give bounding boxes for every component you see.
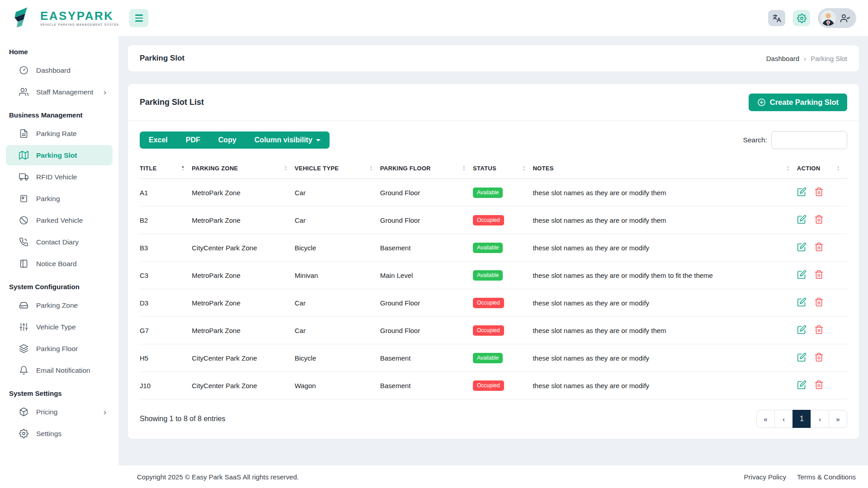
delete-button[interactable] (814, 187, 824, 198)
column-header-action[interactable]: ACTION▲▼ (797, 158, 847, 179)
sidebar-item-parking-rate[interactable]: Parking Rate (6, 123, 113, 144)
plus-circle-icon (757, 98, 766, 107)
cell-vehicle-type: Car (295, 317, 380, 344)
excel-button[interactable]: Excel (140, 131, 177, 149)
table-row-b2: B2MetroPark ZoneCarGround FloorOccupiedt… (140, 206, 847, 234)
pagination-first[interactable]: « (756, 410, 775, 428)
search-label: Search: (743, 136, 767, 144)
avatar (821, 10, 836, 26)
table-row-h5: H5CityCenter Park ZoneBicycleBasementAva… (140, 344, 847, 372)
delete-button[interactable] (814, 270, 824, 281)
cell-parking-zone: MetroPark Zone (192, 179, 294, 206)
table-body: A1MetroPark ZoneCarGround FloorAvailable… (140, 179, 847, 399)
trash-icon (814, 274, 824, 281)
user-menu[interactable] (818, 8, 856, 28)
search-input[interactable] (771, 131, 847, 149)
ban-icon (19, 216, 28, 225)
cell-title: J10 (140, 372, 192, 399)
terms-and-conditions-link[interactable]: Terms & Conditions (797, 473, 856, 481)
column-header-parking-zone[interactable]: PARKING ZONE▲▼ (192, 158, 294, 179)
sidebar-item-settings[interactable]: Settings (6, 423, 113, 444)
cell-vehicle-type: Minivan (295, 262, 380, 289)
sidebar-item-parked-vehicle[interactable]: Parked Vehicle (6, 210, 113, 230)
settings-button[interactable] (793, 10, 810, 26)
language-button[interactable] (768, 10, 785, 26)
table-row-j10: J10CityCenter Park ZoneWagonBasementOccu… (140, 372, 847, 399)
sidebar-item-staff-management[interactable]: Staff Management› (6, 82, 113, 102)
cell-vehicle-type: Wagon (295, 372, 380, 399)
sidebar-item-parking-slot[interactable]: Parking Slot (6, 145, 113, 165)
sidebar-toggle-button[interactable] (129, 9, 148, 27)
pagination-prev[interactable]: ‹ (774, 410, 793, 428)
edit-button[interactable] (797, 380, 807, 391)
cell-title: C3 (140, 262, 192, 289)
brand-tagline: VEHICLE PARKING MANAGEMENT SYSTEM (40, 23, 118, 26)
delete-button[interactable] (814, 325, 824, 336)
column-header-title[interactable]: TITLE▲▼ (140, 158, 192, 179)
delete-button[interactable] (814, 242, 824, 253)
column-header-status[interactable]: STATUS▲▼ (473, 158, 533, 179)
sidebar-item-pricing[interactable]: Pricing› (6, 402, 113, 422)
sidebar-item-notice-board[interactable]: Notice Board (6, 253, 113, 274)
edit-button[interactable] (797, 215, 807, 225)
sidebar-item-dashboard[interactable]: Dashboard (6, 60, 113, 80)
pdf-button[interactable]: PDF (177, 131, 209, 149)
parking-meter-icon (19, 194, 28, 203)
topbar (118, 0, 868, 36)
edit-icon (797, 246, 807, 253)
edit-icon (797, 274, 807, 281)
edit-button[interactable] (797, 270, 807, 281)
delete-button[interactable] (814, 215, 824, 225)
delete-button[interactable] (814, 380, 824, 391)
column-header-notes[interactable]: NOTES▲▼ (533, 158, 797, 179)
status-badge: Occupied (473, 298, 504, 308)
hard-drive-icon (19, 300, 28, 310)
cell-parking-zone: MetroPark Zone (192, 206, 294, 234)
cell-notes: these slot names as they are or modify t… (533, 206, 797, 234)
delete-button[interactable] (814, 297, 824, 308)
sidebar-section-home: Home (9, 48, 109, 56)
sidebar-item-parking[interactable]: Parking (6, 188, 113, 209)
layers-icon (19, 344, 28, 353)
column-header-vehicle-type[interactable]: VEHICLE TYPE▲▼ (295, 158, 380, 179)
create-parking-slot-button[interactable]: Create Parking Slot (749, 94, 847, 111)
delete-button[interactable] (814, 352, 824, 363)
edit-button[interactable] (797, 242, 807, 253)
cell-parking-floor: Basement (380, 344, 473, 372)
edit-button[interactable] (797, 325, 807, 336)
sidebar-item-rfid-vehicle[interactable]: RFID Vehicle (6, 167, 113, 187)
cell-parking-zone: MetroPark Zone (192, 289, 294, 317)
sort-icon: ▲▼ (284, 165, 287, 171)
sidebar-item-parking-floor[interactable]: Parking Floor (6, 338, 113, 359)
table-row-a1: A1MetroPark ZoneCarGround FloorAvailable… (140, 179, 847, 206)
status-badge: Available (473, 188, 503, 198)
sidebar-item-email-notification[interactable]: Email Notification (6, 360, 113, 380)
trash-icon (814, 301, 824, 308)
sort-icon: ▲▼ (522, 165, 525, 171)
gear-icon (797, 14, 807, 23)
column-header-parking-floor[interactable]: PARKING FLOOR▲▼ (380, 158, 473, 179)
status-badge: Available (473, 270, 503, 281)
chevron-right-icon: › (104, 89, 106, 95)
column-visibility-button[interactable]: Column visibility (245, 131, 330, 149)
pagination-page-1[interactable]: 1 (793, 410, 811, 428)
status-badge: Occupied (473, 215, 504, 225)
edit-button[interactable] (797, 187, 807, 198)
edit-button[interactable] (797, 352, 807, 363)
copy-button[interactable]: Copy (209, 131, 245, 149)
app-window: EASYPARK VEHICLE PARKING MANAGEMENT SYST… (0, 0, 868, 488)
pagination-last[interactable]: » (829, 410, 847, 428)
edit-button[interactable] (797, 297, 807, 308)
phone-icon (19, 237, 28, 247)
pagination-next[interactable]: › (811, 410, 829, 428)
sidebar-item-contact-diary[interactable]: Contact Diary (6, 232, 113, 252)
privacy-policy-link[interactable]: Privacy Policy (744, 473, 786, 481)
cell-parking-zone: CityCenter Park Zone (192, 234, 294, 262)
user-check-icon (840, 14, 850, 23)
logo[interactable]: EASYPARK VEHICLE PARKING MANAGEMENT SYST… (0, 0, 118, 36)
content: Parking Slot Dashboard › Parking Slot Pa… (118, 36, 868, 465)
breadcrumb-dashboard[interactable]: Dashboard (766, 55, 799, 62)
table-header-row: TITLE▲▼PARKING ZONE▲▼VEHICLE TYPE▲▼PARKI… (140, 158, 847, 179)
sidebar-item-vehicle-type[interactable]: Vehicle Type (6, 317, 113, 337)
sidebar-item-parking-zone[interactable]: Parking Zone (6, 295, 113, 315)
